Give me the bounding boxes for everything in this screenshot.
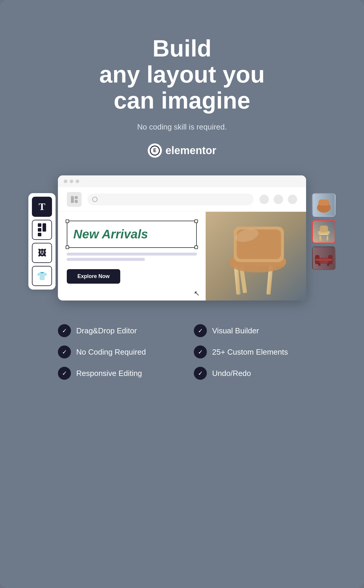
- user-icon[interactable]: [259, 195, 269, 204]
- image-tool-button[interactable]: 🖼: [32, 243, 52, 263]
- feature-label-5: Undo/Redo: [212, 369, 251, 378]
- browser-mockup-area: T 🖼 👕: [58, 175, 306, 301]
- svg-rect-18: [326, 236, 329, 241]
- browser-dot-1: [64, 180, 67, 183]
- new-arrivals-heading: New Arrivals: [73, 227, 190, 241]
- logo-grid-icon: [71, 196, 78, 203]
- check-icon-4: ✓: [58, 367, 71, 380]
- search-bar[interactable]: [87, 193, 254, 205]
- features-section: ✓ Drag&Drop Editor ✓ Visual Builder ✓ No…: [58, 324, 306, 380]
- hero-title: Build any layout you can imagine: [99, 35, 265, 114]
- text-tool-icon: T: [39, 201, 46, 212]
- check-icon-0: ✓: [58, 324, 71, 337]
- elementor-icon: E: [148, 143, 162, 158]
- features-grid: ✓ Drag&Drop Editor ✓ Visual Builder ✓ No…: [58, 324, 306, 380]
- site-logo: [67, 192, 82, 207]
- chair-illustration: [206, 212, 306, 301]
- content-left: New Arrivals Explore Now ↖: [58, 212, 206, 301]
- feature-item-4: ✓ Responsive Editing: [58, 367, 170, 380]
- editor-toolbar: T 🖼 👕: [28, 193, 56, 290]
- widget-tool-icon: 👕: [37, 271, 47, 281]
- thumbnail-1[interactable]: [312, 193, 336, 217]
- thumbnail-3[interactable]: [312, 246, 336, 270]
- cursor-icon: ↖: [194, 289, 200, 298]
- placeholder-line-2: [67, 258, 145, 261]
- feature-item-0: ✓ Drag&Drop Editor: [58, 324, 170, 337]
- handle-bl: [66, 245, 69, 249]
- page-wrapper: Build any layout you can imagine No codi…: [0, 0, 364, 588]
- feature-label-2: No Coding Required: [76, 348, 146, 357]
- feature-item-1: ✓ Visual Builder: [194, 324, 306, 337]
- thumbnail-2[interactable]: ◀: [312, 220, 336, 243]
- layout-tool-button[interactable]: [32, 220, 52, 240]
- header-icons: [259, 195, 297, 204]
- cart-icon[interactable]: [288, 195, 297, 204]
- check-icon-1: ✓: [194, 324, 207, 337]
- text-tool-button[interactable]: T: [32, 197, 52, 217]
- check-icon-2: ✓: [58, 345, 71, 358]
- feature-item-5: ✓ Undo/Redo: [194, 367, 306, 380]
- handle-br: [194, 245, 198, 249]
- active-thumbnail-arrow: ◀: [312, 228, 313, 235]
- placeholder-line-1: [67, 253, 197, 256]
- placeholder-lines: [67, 253, 197, 261]
- feature-item-2: ✓ No Coding Required: [58, 345, 170, 358]
- hero-subtitle: No coding skill is required.: [137, 122, 227, 132]
- layout-tool-icon: [38, 223, 46, 236]
- feature-label-4: Responsive Editing: [76, 369, 142, 378]
- feature-label-0: Drag&Drop Editor: [76, 326, 137, 335]
- chair-image: [206, 212, 306, 301]
- browser-dot-2: [70, 180, 73, 183]
- elementor-badge: E elementor: [148, 143, 216, 158]
- check-icon-3: ✓: [194, 345, 207, 358]
- browser-window: New Arrivals Explore Now ↖: [58, 175, 306, 301]
- heart-icon[interactable]: [274, 195, 283, 204]
- browser-dot-3: [76, 180, 79, 183]
- image-tool-icon: 🖼: [38, 248, 46, 258]
- website-header: [58, 187, 306, 212]
- svg-rect-24: [318, 263, 321, 266]
- svg-rect-12: [318, 200, 329, 206]
- website-content: New Arrivals Explore Now ↖: [58, 212, 306, 301]
- feature-label-3: 25+ Custom Elements: [212, 348, 288, 357]
- search-icon: [92, 197, 98, 202]
- svg-rect-25: [327, 263, 329, 266]
- handle-tr: [194, 219, 198, 223]
- svg-rect-17: [319, 236, 321, 241]
- feature-item-3: ✓ 25+ Custom Elements: [194, 345, 306, 358]
- elementor-brand-name: elementor: [165, 144, 216, 157]
- widget-tool-button[interactable]: 👕: [32, 266, 52, 286]
- thumbnail-gallery: ◀: [312, 193, 336, 270]
- feature-label-1: Visual Builder: [212, 326, 259, 335]
- selection-box: New Arrivals: [67, 221, 197, 248]
- svg-rect-23: [316, 259, 332, 261]
- handle-tl: [66, 219, 69, 223]
- check-icon-5: ✓: [194, 367, 207, 380]
- elementor-icon-inner: E: [150, 146, 160, 156]
- browser-top-bar: [58, 175, 306, 187]
- svg-rect-16: [320, 226, 328, 232]
- content-right: [206, 212, 306, 301]
- explore-now-button[interactable]: Explore Now: [67, 269, 120, 284]
